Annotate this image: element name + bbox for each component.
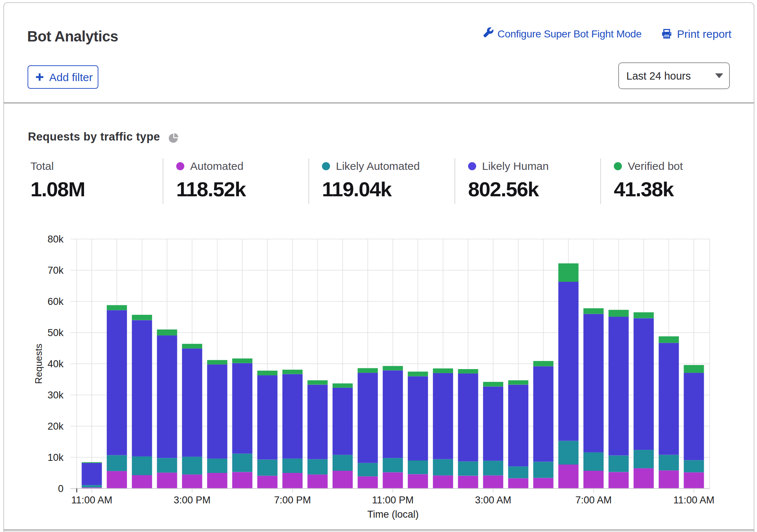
svg-text:Time (local): Time (local) — [367, 509, 419, 520]
svg-text:80k: 80k — [47, 234, 64, 245]
svg-text:40k: 40k — [47, 358, 64, 369]
svg-text:0: 0 — [58, 483, 64, 494]
svg-text:60k: 60k — [47, 296, 64, 307]
svg-text:30k: 30k — [47, 390, 64, 401]
svg-text:3:00 PM: 3:00 PM — [174, 495, 211, 506]
svg-text:11:00 AM: 11:00 AM — [673, 495, 714, 506]
svg-text:11:00 AM: 11:00 AM — [71, 495, 112, 506]
svg-text:50k: 50k — [47, 327, 64, 338]
svg-text:11:00 PM: 11:00 PM — [372, 495, 414, 506]
svg-text:70k: 70k — [47, 265, 64, 276]
svg-text:7:00 AM: 7:00 AM — [575, 495, 612, 506]
svg-text:7:00 PM: 7:00 PM — [274, 495, 311, 506]
svg-text:20k: 20k — [47, 421, 64, 432]
svg-text:3:00 AM: 3:00 AM — [475, 495, 511, 506]
svg-text:Requests: Requests — [33, 344, 44, 384]
svg-text:10k: 10k — [47, 452, 64, 463]
